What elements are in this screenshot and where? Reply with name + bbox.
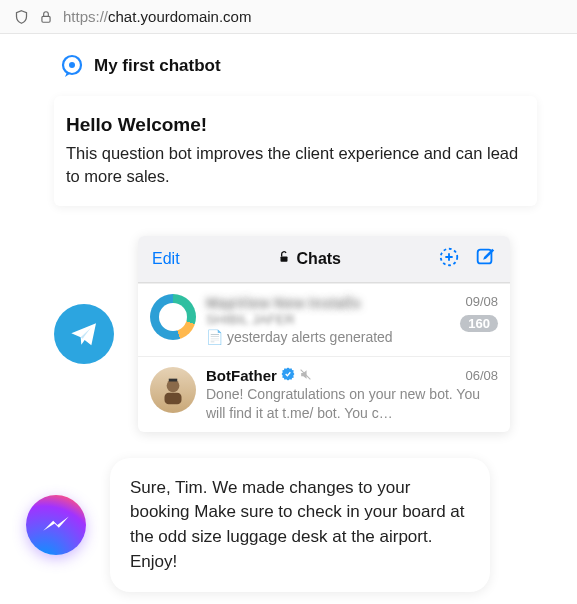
chats-panel: Edit Chats	[138, 236, 510, 432]
chat-date: 06/08	[465, 368, 498, 383]
chat-name: MapView New Installs	[206, 294, 361, 311]
telegram-icon	[54, 304, 114, 364]
chat-avatar	[150, 367, 196, 413]
url-text[interactable]: https://chat.yourdomain.com	[63, 8, 251, 25]
svg-rect-0	[42, 16, 50, 22]
message-bubble: Sure, Tim. We made changes to your booki…	[110, 458, 490, 593]
svg-rect-7	[165, 393, 182, 404]
chat-avatar	[150, 294, 196, 340]
messenger-icon	[26, 495, 86, 555]
chatbot-logo-icon	[60, 54, 84, 78]
unlock-icon	[277, 250, 291, 268]
url-domain: chat.yourdomain.com	[108, 8, 251, 25]
chat-preview: Done! Congratulations on your new bot. Y…	[206, 385, 498, 421]
chat-preview: 📄 yesterday alerts generated	[206, 328, 450, 346]
svg-point-2	[69, 62, 75, 68]
chat-item[interactable]: BotFather 06/08 Done! Congratulations on…	[138, 356, 510, 431]
new-story-button[interactable]	[438, 246, 460, 272]
welcome-body: This question bot improves the client ex…	[66, 142, 519, 188]
chat-date: 09/08	[465, 294, 498, 309]
telegram-row: Edit Chats	[54, 236, 537, 432]
messenger-row: Sure, Tim. We made changes to your booki…	[26, 458, 537, 593]
welcome-card: Hello Welcome! This question bot improve…	[54, 96, 537, 206]
muted-icon	[299, 367, 312, 384]
svg-rect-3	[280, 257, 287, 262]
chats-title: Chats	[180, 250, 438, 268]
svg-rect-8	[169, 379, 178, 382]
bot-header: My first chatbot	[60, 54, 537, 78]
chat-item[interactable]: MapView New Installs SHIBIL JAFER 📄 yest…	[138, 283, 510, 356]
address-bar: https://chat.yourdomain.com	[0, 0, 577, 34]
svg-rect-5	[478, 250, 492, 264]
welcome-heading: Hello Welcome!	[66, 114, 519, 136]
bot-title: My first chatbot	[94, 56, 221, 76]
lock-icon	[39, 9, 53, 25]
edit-button[interactable]: Edit	[152, 250, 180, 268]
chat-name: BotFather	[206, 367, 312, 384]
verified-icon	[281, 367, 295, 384]
chat-subtitle: SHIBIL JAFER	[206, 312, 450, 327]
shield-icon	[14, 9, 29, 25]
compose-button[interactable]	[474, 246, 496, 272]
url-protocol: https://	[63, 8, 108, 25]
unread-badge: 160	[460, 315, 498, 332]
chats-header: Edit Chats	[138, 236, 510, 283]
